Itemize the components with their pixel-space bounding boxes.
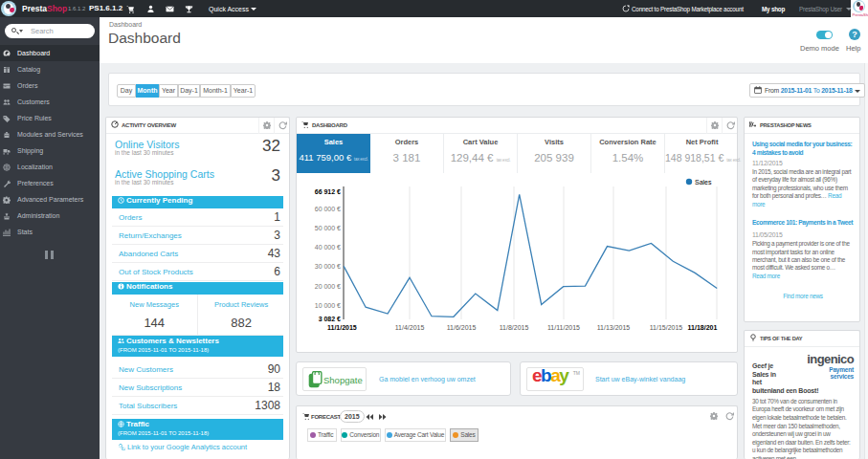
svg-text:11/4/2015: 11/4/2015 xyxy=(395,324,425,331)
svg-text:40 000 €: 40 000 € xyxy=(315,244,341,251)
svg-text:11/11/2015: 11/11/2015 xyxy=(547,324,580,331)
svg-text:10 000 €: 10 000 € xyxy=(315,302,341,309)
svg-text:20 000 €: 20 000 € xyxy=(315,283,341,290)
svg-text:11/15/2015: 11/15/2015 xyxy=(650,324,683,331)
svg-text:Sales: Sales xyxy=(695,179,712,186)
svg-text:11/6/2015: 11/6/2015 xyxy=(447,324,477,331)
svg-text:3 082 €: 3 082 € xyxy=(319,316,341,322)
svg-text:66 912 €: 66 912 € xyxy=(315,188,341,195)
svg-text:50 000 €: 50 000 € xyxy=(315,225,341,231)
svg-text:11/8/2015: 11/8/2015 xyxy=(500,324,529,331)
svg-text:11/1/2015: 11/1/2015 xyxy=(327,324,357,331)
svg-text:30 000 €: 30 000 € xyxy=(315,263,341,270)
svg-text:11/13/2015: 11/13/2015 xyxy=(597,324,631,331)
svg-text:11/18/201: 11/18/201 xyxy=(688,324,718,331)
svg-text:60 000 €: 60 000 € xyxy=(315,206,341,212)
